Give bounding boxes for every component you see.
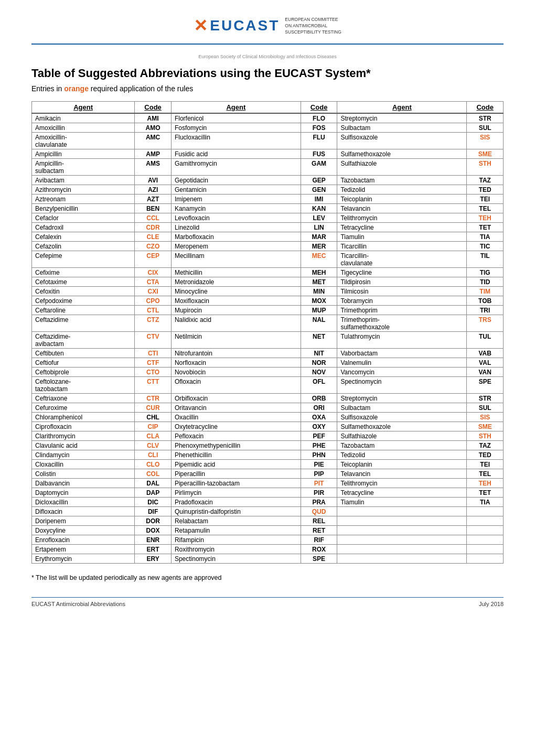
cell-code1: CUR xyxy=(135,403,172,413)
table-row: AmoxicillinAMOFosfomycinFOSSulbactamSUL xyxy=(32,123,504,133)
cell-code2: IMI xyxy=(301,195,337,204)
cell-agent2: Piperacillin xyxy=(171,469,301,479)
cell-agent1: Clavulanic acid xyxy=(32,441,135,450)
cell-code1: CTT xyxy=(135,377,172,394)
cell-agent2: Phenethicillin xyxy=(171,450,301,460)
cell-agent1: Cefalexin xyxy=(32,232,135,242)
cell-code1: CHL xyxy=(135,413,172,422)
cell-agent1: Ceftriaxone xyxy=(32,394,135,403)
cell-code2: PIE xyxy=(301,460,337,469)
cell-agent3: Tedizolid xyxy=(337,185,467,195)
cell-code2: PEF xyxy=(301,431,337,441)
org-description: EUROPEAN COMMITTEE ON ANTIMICROBIAL SUSC… xyxy=(285,16,341,36)
cell-agent2: Phenoxymethypenicillin xyxy=(171,441,301,450)
cell-agent1: Erythromycin xyxy=(32,554,135,564)
cell-code2: MOX xyxy=(301,296,337,306)
cell-code2: MUP xyxy=(301,306,337,315)
cell-agent1: Cefuroxime xyxy=(32,403,135,413)
cell-code3: TEH xyxy=(467,213,504,223)
cell-code2: LIN xyxy=(301,223,337,232)
cell-agent1: Ceftobiprole xyxy=(32,368,135,377)
table-row: DaptomycinDAPPirlimycinPIRTetracyclineTE… xyxy=(32,488,504,498)
page-title: Table of Suggested Abbreviations using t… xyxy=(31,67,504,80)
table-row: CeftobiproleCTONovobiocinNOVVancomycinVA… xyxy=(32,368,504,377)
cell-code1: CIX xyxy=(135,268,172,277)
cell-agent1: Aztreonam xyxy=(32,195,135,204)
cell-code1: DAL xyxy=(135,479,172,488)
cell-agent2: Norfloxacin xyxy=(171,358,301,368)
cell-agent2: Gentamicin xyxy=(171,185,301,195)
cell-code2: PIR xyxy=(301,488,337,498)
cell-code2: FLU xyxy=(301,133,337,149)
cell-agent1: Clarithromycin xyxy=(32,431,135,441)
cell-agent2: Kanamycin xyxy=(171,204,301,213)
cell-code1: BEN xyxy=(135,204,172,213)
cell-code3: TEI xyxy=(467,460,504,469)
cell-code2: PHE xyxy=(301,441,337,450)
cell-agent2: Oritavancin xyxy=(171,403,301,413)
table-row: DoripenemDORRelabactamREL xyxy=(32,516,504,526)
cell-code2: REL xyxy=(301,516,337,526)
cell-code1: CIP xyxy=(135,422,172,431)
cell-code3: STH xyxy=(467,431,504,441)
cell-agent2: Methicillin xyxy=(171,268,301,277)
cell-code1: CZO xyxy=(135,242,172,251)
cell-code2: MEH xyxy=(301,268,337,277)
cell-code2: NIT xyxy=(301,349,337,358)
cell-agent3: Sulfamethoxazole xyxy=(337,149,467,159)
cell-agent3: Sulfathiazole xyxy=(337,431,467,441)
table-row: Ceftolozane- tazobactamCTTOfloxacinOFLSp… xyxy=(32,377,504,394)
cell-agent3: Trimethoprim- sulfamethoxazole xyxy=(337,315,467,332)
cell-code3: TUL xyxy=(467,332,504,349)
cell-code1: AMC xyxy=(135,133,172,149)
cell-code2: NAL xyxy=(301,315,337,332)
cell-code3: TRS xyxy=(467,315,504,332)
cell-code2: MEC xyxy=(301,251,337,268)
cell-agent2: Novobiocin xyxy=(171,368,301,377)
cell-agent1: Amikacin xyxy=(32,113,135,123)
cell-code1: AMO xyxy=(135,123,172,133)
cell-code3 xyxy=(467,554,504,564)
cell-agent2: Orbifloxacin xyxy=(171,394,301,403)
cell-code1: CTO xyxy=(135,368,172,377)
cell-agent3: Ticarcillin xyxy=(337,242,467,251)
table-row: ClindamycinCLIPhenethicillinPHNTedizolid… xyxy=(32,450,504,460)
cell-agent3: Valnemulin xyxy=(337,358,467,368)
subtitle: Entries in orange required application o… xyxy=(31,84,504,93)
table-row: CeftiofurCTFNorfloxacinNORValnemulinVAL xyxy=(32,358,504,368)
cell-code3: STH xyxy=(467,159,504,176)
cell-agent3: Teicoplanin xyxy=(337,195,467,204)
cell-code1: CDR xyxy=(135,223,172,232)
cell-agent2: Metronidazole xyxy=(171,277,301,287)
col-header-code2: Code xyxy=(301,102,337,114)
cell-code2: OXY xyxy=(301,422,337,431)
cell-code3: SIS xyxy=(467,413,504,422)
cell-agent3: Tiamulin xyxy=(337,498,467,507)
cell-code2: MER xyxy=(301,242,337,251)
cell-agent3 xyxy=(337,516,467,526)
table-row: Amoxicillin- clavulanateAMCFlucloxacilli… xyxy=(32,133,504,149)
table-row: CefoxitinCXIMinocyclineMINTilmicosinTIM xyxy=(32,287,504,296)
cell-agent1: Clindamycin xyxy=(32,450,135,460)
table-row: AzithromycinAZIGentamicinGENTedizolidTED xyxy=(32,185,504,195)
cell-agent1: Ceftolozane- tazobactam xyxy=(32,377,135,394)
cell-code1: CTL xyxy=(135,306,172,315)
cell-code1: CLV xyxy=(135,441,172,450)
cell-agent2: Fusidic acid xyxy=(171,149,301,159)
cell-code2: OFL xyxy=(301,377,337,394)
cell-agent2: Pipemidic acid xyxy=(171,460,301,469)
cell-code1: DIF xyxy=(135,507,172,516)
cell-agent2: Gamithromycin xyxy=(171,159,301,176)
cell-code2: GEP xyxy=(301,176,337,185)
cell-agent1: Ampicillin- sulbactam xyxy=(32,159,135,176)
cell-agent1: Ceftazidime xyxy=(32,315,135,332)
cell-agent3: Ticarcillin- clavulanate xyxy=(337,251,467,268)
table-row: ChloramphenicolCHLOxacillinOXASulfisoxaz… xyxy=(32,413,504,422)
table-row: ClarithromycinCLAPefloxacinPEFSulfathiaz… xyxy=(32,431,504,441)
cell-code1: AZI xyxy=(135,185,172,195)
cell-code3: TOB xyxy=(467,296,504,306)
cell-code1: ERT xyxy=(135,545,172,554)
table-row: CefiximeCIXMethicillinMEHTigecyclineTIG xyxy=(32,268,504,277)
table-row: CeftibutenCTINitrofurantoinNITVaborbacta… xyxy=(32,349,504,358)
cell-agent1: Doxycyline xyxy=(32,526,135,535)
